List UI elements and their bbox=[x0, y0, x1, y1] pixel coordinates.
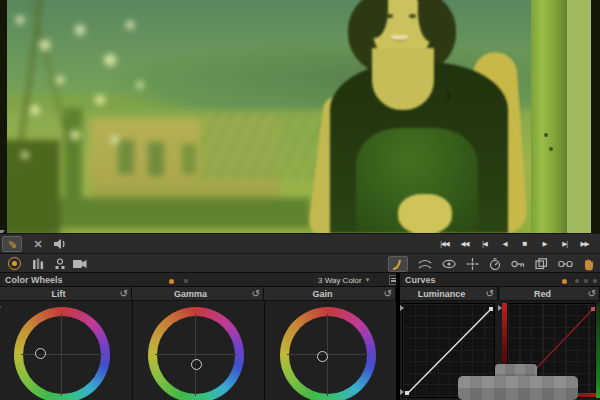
lift-label: Lift bbox=[0, 289, 117, 299]
lift-reset-icon[interactable]: ↺ bbox=[120, 288, 128, 300]
step-back-button[interactable]: |◀ bbox=[477, 237, 492, 251]
ab-switch-icon: ✕ bbox=[33, 239, 42, 250]
color-picker-button[interactable]: ✎ bbox=[2, 236, 22, 252]
hand-grab-icon[interactable] bbox=[583, 258, 594, 271]
luminance-header: Luminance ↺ bbox=[400, 287, 498, 301]
camera-icon bbox=[73, 259, 87, 269]
stopwatch-icon[interactable] bbox=[489, 258, 501, 270]
video-preview bbox=[0, 0, 600, 233]
subheader-row: Lift ↺ Gamma ↺ Gain ↺ Luminance ↺ Red ↺ bbox=[0, 287, 600, 301]
luminance-handle-high[interactable] bbox=[489, 307, 493, 311]
node-graph-icon bbox=[54, 258, 66, 270]
transport-controls: |◀◀ ◀◀ |◀ ◀ ■ ▶ ▶| ▶▶ bbox=[437, 234, 592, 254]
curves-tool-icon bbox=[392, 258, 405, 270]
color-wheels-panel bbox=[0, 301, 396, 400]
scopes-button[interactable] bbox=[28, 256, 48, 272]
scopes-mixer-icon bbox=[32, 258, 44, 270]
fast-forward-button[interactable]: ▶▶ bbox=[577, 237, 592, 251]
panel-header-row: Color Wheels 3 Way Color ▾ Curves bbox=[0, 273, 600, 287]
gain-header: Gain ↺ bbox=[264, 287, 396, 301]
step-forward-button[interactable]: ▶| bbox=[557, 237, 572, 251]
luminance-reset-icon[interactable]: ↺ bbox=[486, 288, 494, 300]
curves-title: Curves bbox=[405, 275, 436, 285]
mode-dropdown[interactable]: 3 Way Color ▾ bbox=[318, 274, 369, 286]
eye-icon[interactable] bbox=[442, 258, 456, 270]
gain-reset-icon[interactable]: ↺ bbox=[384, 288, 392, 300]
gamma-reset-icon[interactable]: ↺ bbox=[252, 288, 260, 300]
luminance-edge-marker-top[interactable] bbox=[400, 305, 404, 311]
viewer-toolbar: ✎ ✕ |◀◀ ◀◀ |◀ ◀ ■ ▶ ▶| ▶▶ bbox=[0, 233, 600, 253]
grade-tools bbox=[388, 254, 600, 274]
chevron-down-icon: ▾ bbox=[366, 276, 370, 284]
ab-switch-button[interactable]: ✕ bbox=[28, 236, 48, 252]
red-header: Red ↺ bbox=[500, 287, 600, 301]
gamma-indicator[interactable] bbox=[191, 359, 202, 370]
stereo-link-icon[interactable] bbox=[558, 258, 573, 270]
color-correction-icon bbox=[12, 261, 17, 266]
color-picker-icon: ✎ bbox=[6, 239, 19, 248]
jump-start-button[interactable]: |◀◀ bbox=[437, 237, 452, 251]
stop-button[interactable]: ■ bbox=[517, 237, 532, 251]
green-curve-gradient-strip bbox=[596, 303, 600, 398]
palette-toolbar bbox=[0, 253, 600, 273]
wheels-page-dot-active[interactable] bbox=[169, 279, 174, 284]
red-edge-marker-top[interactable] bbox=[498, 305, 502, 311]
curves-tool-button[interactable] bbox=[388, 256, 408, 272]
red-reset-icon[interactable]: ↺ bbox=[588, 288, 596, 300]
curves-page-dot-active[interactable] bbox=[562, 279, 567, 284]
key-icon[interactable] bbox=[511, 258, 525, 270]
audio-button[interactable] bbox=[50, 236, 70, 252]
mode-dropdown-value: 3 Way Color bbox=[318, 276, 362, 285]
luminance-handle-low[interactable] bbox=[405, 391, 409, 395]
red-label: Red bbox=[500, 289, 585, 299]
luminance-label: Luminance bbox=[400, 289, 483, 299]
lift-header: Lift ↺ bbox=[0, 287, 132, 301]
gain-indicator[interactable] bbox=[317, 351, 328, 362]
play-reverse-button[interactable]: ◀ bbox=[497, 237, 512, 251]
rewind-button[interactable]: ◀◀ bbox=[457, 237, 472, 251]
gamma-wheel[interactable] bbox=[148, 307, 244, 400]
tracker-icon[interactable] bbox=[466, 258, 479, 270]
censor-mosaic bbox=[458, 376, 578, 400]
curves-page-dot[interactable] bbox=[593, 279, 597, 283]
gain-label: Gain bbox=[264, 289, 381, 299]
camera-button[interactable] bbox=[70, 256, 90, 272]
gamma-header: Gamma ↺ bbox=[132, 287, 264, 301]
presenter-woman bbox=[0, 0, 600, 233]
wheels-page-dot[interactable] bbox=[184, 279, 188, 283]
nodes-button[interactable] bbox=[50, 256, 70, 272]
color-correction-button[interactable] bbox=[8, 257, 21, 270]
color-wheels-title: Color Wheels bbox=[5, 275, 63, 285]
primaries-icon[interactable] bbox=[418, 258, 432, 270]
curves-page-dot[interactable] bbox=[575, 279, 579, 283]
copy-grade-icon[interactable] bbox=[535, 258, 548, 270]
lift-indicator[interactable] bbox=[35, 348, 46, 359]
curves-page-dot[interactable] bbox=[584, 279, 588, 283]
speaker-icon bbox=[54, 238, 67, 250]
gamma-label: Gamma bbox=[132, 289, 249, 299]
play-button[interactable]: ▶ bbox=[537, 237, 552, 251]
lapel-mic bbox=[447, 92, 450, 100]
luminance-edge-marker-bottom[interactable] bbox=[400, 389, 404, 395]
lift-wheel[interactable] bbox=[14, 307, 110, 400]
gain-wheel[interactable] bbox=[280, 307, 376, 400]
window-post bbox=[531, 0, 567, 233]
color-grading-app: ✎ ✕ |◀◀ ◀◀ |◀ ◀ ■ ▶ ▶| ▶▶ bbox=[0, 0, 600, 400]
red-handle-high[interactable] bbox=[591, 307, 595, 311]
